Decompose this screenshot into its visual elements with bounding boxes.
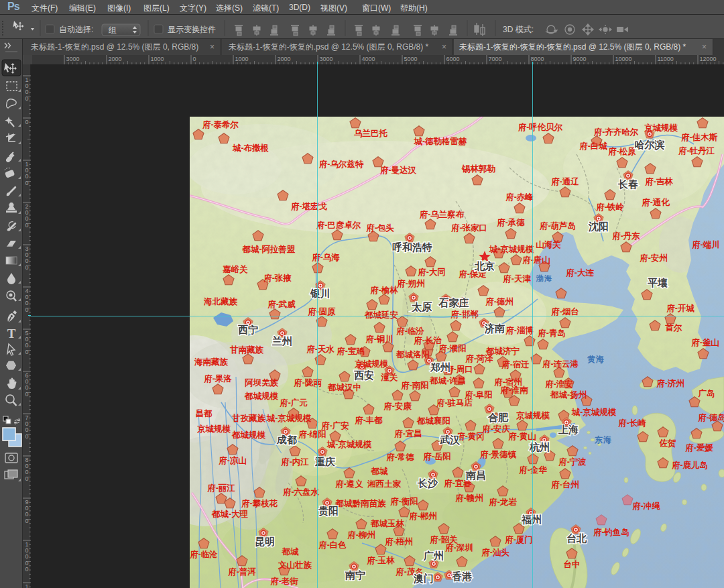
svg-text:府-乌海: 府-乌海 [311, 253, 340, 262]
svg-text:府-龙岩: 府-龙岩 [488, 497, 517, 507]
svg-text:1000: 1000 [235, 56, 249, 62]
svg-text:府-釜山: 府-釜山 [690, 338, 719, 347]
svg-text:显示变换控件: 显示变换控件 [168, 25, 216, 34]
svg-text:0: 0 [25, 222, 28, 229]
svg-text:自动选择:: 自动选择: [59, 25, 93, 34]
svg-text:府-广安: 府-广安 [320, 420, 349, 430]
svg-text:府-钓鱼岛: 府-钓鱼岛 [593, 528, 629, 537]
svg-text:城-德勒格雷赫: 城-德勒格雷赫 [413, 137, 467, 146]
svg-text:南宁: 南宁 [345, 569, 365, 581]
svg-text:京城规模: 京城规模 [196, 424, 231, 434]
svg-text:府-台州: 府-台州 [550, 480, 579, 489]
svg-text:甘孜藏族: 甘孜藏族 [231, 414, 266, 423]
svg-text:昌都: 昌都 [196, 409, 213, 418]
svg-text:城-布撒根: 城-布撒根 [232, 143, 269, 153]
svg-text:都城襄阳: 都城襄阳 [416, 416, 450, 426]
svg-text:0: 0 [25, 433, 28, 440]
svg-text:府-衡阳: 府-衡阳 [389, 497, 418, 506]
svg-text:0: 0 [25, 119, 28, 125]
svg-text:府-六盘水: 府-六盘水 [282, 487, 320, 497]
svg-text:哈尔滨: 哈尔滨 [635, 139, 665, 151]
svg-text:府-遵义: 府-遵义 [335, 479, 363, 489]
svg-text:0: 0 [25, 391, 28, 398]
svg-text:都城-大理: 都城-大理 [211, 510, 249, 519]
svg-text:府-大连: 府-大连 [565, 268, 594, 278]
svg-text:济南: 济南 [484, 322, 505, 335]
svg-text:广岛: 广岛 [698, 388, 715, 398]
svg-text:府-冲绳: 府-冲绳 [631, 502, 660, 511]
svg-text:0: 0 [25, 349, 28, 355]
svg-text:府-承德: 府-承德 [496, 218, 525, 227]
svg-text:黄海: 黄海 [587, 355, 605, 364]
svg-text:4000: 4000 [362, 56, 375, 62]
svg-text:西安: 西安 [354, 369, 374, 381]
svg-text:府-老街: 府-老街 [269, 577, 298, 586]
svg-text:府-汕头: 府-汕头 [481, 548, 509, 557]
svg-text:文山壮族: 文山壮族 [278, 560, 312, 570]
svg-text:0: 0 [193, 56, 196, 62]
svg-text:府-梧州: 府-梧州 [384, 537, 413, 546]
svg-text:府-松原: 府-松原 [607, 147, 636, 156]
svg-text:广州: 广州 [423, 550, 444, 561]
svg-text:府-安庆: 府-安庆 [481, 424, 510, 434]
svg-text:0: 0 [25, 566, 28, 573]
svg-text:台中: 台中 [564, 560, 581, 569]
svg-text:首尔: 首尔 [665, 323, 683, 333]
svg-text:府-淄博: 府-淄博 [505, 326, 534, 335]
svg-text:京城规模: 京城规模 [354, 359, 389, 369]
svg-text:3D 模式:: 3D 模式: [503, 25, 534, 34]
svg-text:都城-许昌: 都城-许昌 [429, 376, 466, 386]
svg-text:府-常德: 府-常德 [385, 453, 414, 462]
svg-text:府-开城: 府-开城 [666, 304, 695, 313]
svg-text:府-赣州: 府-赣州 [455, 493, 483, 503]
svg-text:10000: 10000 [615, 56, 632, 62]
svg-text:平壤: 平壤 [648, 277, 668, 288]
svg-text:府-爱媛: 府-爱媛 [684, 443, 713, 453]
svg-text:府-端川: 府-端川 [691, 240, 720, 249]
svg-text:都城汉中: 都城汉中 [327, 383, 361, 392]
svg-text:府-长崎: 府-长崎 [617, 418, 646, 428]
svg-text:0: 0 [25, 475, 28, 482]
svg-text:府-通化: 府-通化 [641, 198, 670, 207]
svg-text:府-凉山: 府-凉山 [218, 455, 247, 465]
svg-text:都城洛阳: 都城洛阳 [396, 350, 430, 359]
svg-text:福州: 福州 [521, 514, 542, 525]
svg-text:澳门: 澳门 [413, 573, 434, 584]
svg-text:重庆: 重庆 [315, 456, 335, 467]
svg-text:城-京城规模: 城-京城规模 [571, 407, 617, 417]
svg-text:11000: 11000 [658, 56, 674, 62]
svg-text:兰州: 兰州 [272, 335, 292, 347]
svg-text:府-深圳: 府-深圳 [444, 543, 473, 552]
svg-text:府-乌兰察布: 府-乌兰察布 [419, 209, 465, 219]
svg-text:府-连云港: 府-连云港 [542, 359, 579, 369]
svg-text:府-乌尔兹特: 府-乌尔兹特 [318, 160, 364, 169]
svg-text:2000: 2000 [109, 56, 122, 62]
svg-text:府-榆林: 府-榆林 [369, 286, 398, 295]
svg-text:12000: 12000 [700, 56, 717, 62]
svg-text:城-京城规模: 城-京城规模 [266, 413, 312, 423]
svg-text:石家庄: 石家庄 [438, 297, 469, 308]
svg-text:0: 0 [25, 518, 28, 524]
svg-text:都城规模: 都城规模 [244, 392, 279, 401]
svg-text:长春: 长春 [617, 178, 639, 190]
svg-text:府-安康: 府-安康 [383, 402, 412, 411]
svg-text:组: 组 [108, 25, 117, 35]
svg-text:3000: 3000 [66, 56, 80, 62]
svg-text:府-郴州: 府-郴州 [408, 512, 437, 521]
svg-text:嘉峪关: 嘉峪关 [223, 264, 248, 274]
svg-text:府-玉林: 府-玉林 [366, 556, 395, 565]
svg-text:0: 0 [25, 306, 28, 313]
svg-text:府-菏泽: 府-菏泽 [465, 354, 493, 363]
svg-text:7000: 7000 [489, 56, 502, 62]
svg-text:佐贺: 佐贺 [659, 438, 676, 448]
svg-text:府-牡丹江: 府-牡丹江 [678, 146, 715, 156]
svg-text:府-攀枝花: 府-攀枝花 [241, 499, 278, 508]
svg-text:郑州: 郑州 [430, 361, 450, 373]
svg-text:府-驻马店: 府-驻马店 [436, 398, 473, 408]
svg-text:潼关: 潼关 [381, 372, 399, 382]
svg-text:府-绵阳: 府-绵阳 [298, 430, 326, 439]
svg-text:府-宿迁: 府-宿迁 [501, 359, 530, 369]
svg-text:锡林郭勒: 锡林郭勒 [461, 164, 496, 174]
svg-text:城-京城规模: 城-京城规模 [326, 439, 372, 449]
svg-text:府-宁波: 府-宁波 [558, 457, 587, 467]
